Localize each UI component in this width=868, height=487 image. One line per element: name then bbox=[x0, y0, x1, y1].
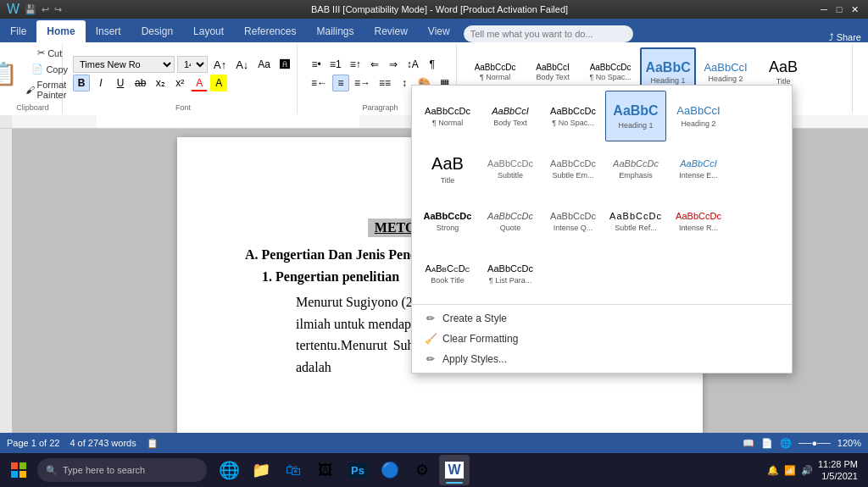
sd-subtle-em[interactable]: AaBbCcDc Subtle Em... bbox=[542, 143, 604, 194]
taskbar-word[interactable]: W bbox=[439, 455, 470, 485]
style-nospace-preview: AaBbCcDc bbox=[590, 63, 632, 73]
underline-button[interactable]: U bbox=[112, 75, 129, 91]
apply-styles-action[interactable]: ✏ Apply Styles... bbox=[419, 349, 785, 369]
text-color-button[interactable]: A bbox=[191, 75, 208, 91]
tab-references[interactable]: References bbox=[234, 20, 306, 42]
style-h1-label: Heading 1 bbox=[651, 76, 686, 85]
font-case-button[interactable]: Aa bbox=[254, 56, 274, 73]
font-row-1: Times New Ro 14 A↑ A↓ Aa 🅰 bbox=[73, 56, 293, 73]
font-size-select[interactable]: 14 bbox=[177, 56, 208, 73]
status-bar: Page 1 of 22 4 of 2743 words 📋 📖 📄 🌐 ──●… bbox=[0, 433, 868, 453]
show-marks-button[interactable]: ¶ bbox=[424, 56, 441, 73]
sd-book-title[interactable]: AaBbCcDc Book Title bbox=[417, 248, 478, 299]
taskbar-explorer[interactable]: 📁 bbox=[246, 455, 276, 485]
multilevel-list-button[interactable]: ≡↑ bbox=[347, 56, 364, 73]
tab-review[interactable]: Review bbox=[364, 20, 417, 42]
ruler-left bbox=[0, 115, 12, 128]
ribbon-search-input[interactable] bbox=[464, 25, 633, 42]
italic-button[interactable]: I bbox=[92, 75, 109, 91]
sd-heading2[interactable]: AaBbCcI Heading 2 bbox=[668, 91, 729, 141]
view-read-icon[interactable]: 📖 bbox=[743, 438, 754, 449]
highlight-button[interactable]: A bbox=[210, 75, 227, 91]
style-title-preview: AaB bbox=[769, 58, 798, 77]
paste-button[interactable]: 📋 bbox=[0, 58, 20, 91]
volume-icon[interactable]: 🔊 bbox=[801, 465, 813, 476]
date: 1/5/2021 bbox=[818, 470, 858, 482]
tab-view[interactable]: View bbox=[418, 20, 460, 42]
restore-button[interactable]: □ bbox=[832, 3, 846, 16]
tab-file[interactable]: File bbox=[0, 20, 36, 42]
font-family-select[interactable]: Times New Ro bbox=[73, 56, 175, 73]
tab-design[interactable]: Design bbox=[131, 20, 183, 42]
bullet-list-button[interactable]: ≡• bbox=[308, 56, 325, 73]
copy-button[interactable]: 📄 Copy bbox=[22, 62, 78, 76]
quick-access-save[interactable]: 💾 bbox=[25, 4, 36, 15]
zoom-slider[interactable]: ──●── bbox=[798, 438, 831, 448]
numbered-list-button[interactable]: ≡1 bbox=[326, 56, 345, 73]
sd-title[interactable]: AaB Title bbox=[417, 143, 478, 194]
align-center-button[interactable]: ≡ bbox=[332, 75, 349, 91]
font-grow-button[interactable]: A↑ bbox=[210, 56, 230, 73]
edge-icon: 🌐 bbox=[219, 460, 240, 480]
taskbar-search[interactable]: 🔍 Type here to search bbox=[37, 458, 207, 482]
sd-intense-r[interactable]: AaBbCcDc Intense R... bbox=[668, 196, 729, 246]
taskbar-settings[interactable]: ⚙ bbox=[407, 455, 437, 485]
sd-no-spacing[interactable]: AaBbCcDc ¶ No Spac... bbox=[542, 91, 604, 141]
subscript-button[interactable]: x₂ bbox=[152, 75, 169, 91]
minimize-button[interactable]: ─ bbox=[817, 3, 831, 16]
quick-access-undo[interactable]: ↩ bbox=[42, 4, 49, 15]
sort-button[interactable]: ↕A bbox=[403, 56, 422, 73]
font-shrink-button[interactable]: A↓ bbox=[232, 56, 252, 73]
word-logo-icon: W bbox=[7, 2, 19, 17]
create-style-action[interactable]: ✏ Create a Style bbox=[419, 308, 785, 329]
view-print-icon[interactable]: 📄 bbox=[761, 438, 773, 449]
strikethrough-button[interactable]: ab bbox=[131, 75, 149, 91]
taskbar-chrome[interactable]: 🔵 bbox=[375, 455, 405, 485]
clear-format-button[interactable]: 🅰 bbox=[276, 56, 293, 73]
clear-formatting-action[interactable]: 🧹 Clear Formatting bbox=[419, 329, 785, 349]
sd-quote[interactable]: AaBbCcDc Quote bbox=[480, 196, 541, 246]
create-style-icon: ✏ bbox=[424, 312, 437, 325]
explorer-icon: 📁 bbox=[252, 461, 270, 479]
network-icon[interactable]: 📶 bbox=[784, 465, 796, 476]
taskbar-edge[interactable]: 🌐 bbox=[214, 455, 244, 485]
sd-intense-e[interactable]: AaBbCcI Intense E... bbox=[668, 143, 729, 194]
format-painter-button[interactable]: 🖌 Format Painter bbox=[22, 78, 78, 102]
sd-normal[interactable]: AaBbCcDc ¶ Normal bbox=[417, 91, 478, 141]
tab-layout[interactable]: Layout bbox=[183, 20, 234, 42]
sd-subtitle[interactable]: AaBbCcDc Subtitle bbox=[480, 143, 541, 194]
cut-button[interactable]: ✂ Cut bbox=[22, 46, 78, 60]
start-button[interactable] bbox=[3, 455, 34, 485]
decrease-indent-button[interactable]: ⇐ bbox=[366, 56, 383, 73]
sd-emphasis[interactable]: AaBbCcDc Emphasis bbox=[605, 143, 666, 194]
sd-list-para[interactable]: AaBbCcDc ¶ List Para... bbox=[480, 248, 541, 299]
apply-styles-label: Apply Styles... bbox=[442, 353, 507, 365]
align-right-button[interactable]: ≡→ bbox=[351, 75, 374, 91]
chrome-icon: 🔵 bbox=[381, 461, 399, 479]
tab-insert[interactable]: Insert bbox=[86, 20, 131, 42]
search-text: Type here to search bbox=[63, 465, 145, 475]
view-web-icon[interactable]: 🌐 bbox=[780, 438, 792, 449]
tab-mailings[interactable]: Mailings bbox=[306, 20, 364, 42]
sd-strong[interactable]: AaBbCcDc Strong bbox=[417, 196, 478, 246]
share-button[interactable]: ⤴ Share bbox=[829, 32, 861, 42]
justify-button[interactable]: ≡≡ bbox=[376, 75, 394, 91]
taskbar-photoshop[interactable]: Ps bbox=[342, 455, 373, 485]
taskbar-store[interactable]: 🛍 bbox=[278, 455, 309, 485]
increase-indent-button[interactable]: ⇒ bbox=[385, 56, 402, 73]
sd-actions: ✏ Create a Style 🧹 Clear Formatting ✏ Ap… bbox=[412, 305, 792, 373]
sd-body-text[interactable]: AaBbCcI Body Text bbox=[480, 91, 541, 141]
quick-access-redo[interactable]: ↪ bbox=[54, 4, 62, 15]
sd-heading1[interactable]: AaBbC Heading 1 bbox=[605, 91, 666, 141]
taskbar-photos[interactable]: 🖼 bbox=[310, 455, 341, 485]
align-left-button[interactable]: ≡← bbox=[308, 75, 331, 91]
close-button[interactable]: ✕ bbox=[848, 3, 861, 16]
cut-label: Cut bbox=[47, 48, 62, 58]
superscript-button[interactable]: x² bbox=[171, 75, 188, 91]
style-nospace-label: ¶ No Spac... bbox=[589, 73, 631, 81]
sd-intense-q[interactable]: AaBbCcDc Intense Q... bbox=[542, 196, 604, 246]
notification-icon[interactable]: 🔔 bbox=[767, 465, 779, 476]
tab-home[interactable]: Home bbox=[36, 20, 85, 42]
title-bar-controls: ─ □ ✕ bbox=[817, 3, 861, 16]
sd-subtle-ref[interactable]: AaBbCcDc Subtle Ref... bbox=[605, 196, 666, 246]
